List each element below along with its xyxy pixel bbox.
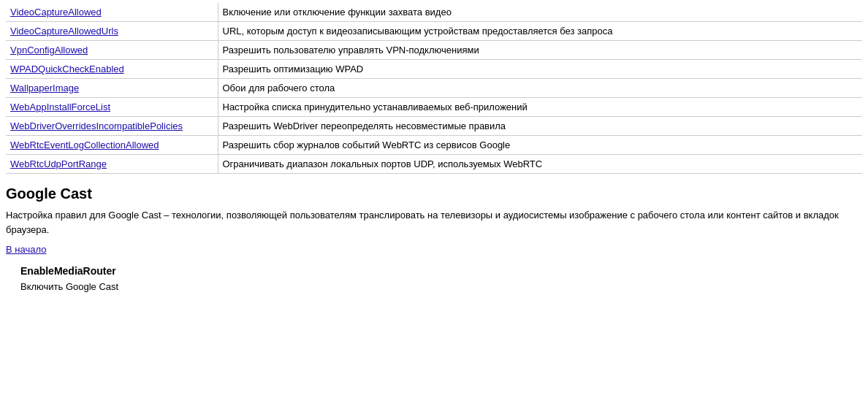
back-to-top-link[interactable]: В начало: [6, 244, 46, 255]
policy-link-cell: WPADQuickCheckEnabled: [6, 60, 218, 79]
policy-link-cell: VpnConfigAllowed: [6, 41, 218, 60]
section-description: Настройка правил для Google Cast – техно…: [6, 208, 862, 237]
policy-link[interactable]: WebRtcEventLogCollectionAllowed: [10, 139, 159, 150]
table-row: WebRtcEventLogCollectionAllowedРазрешить…: [6, 136, 862, 155]
table-row: WebAppInstallForceListНастройка списка п…: [6, 98, 862, 117]
section-heading: Google Cast: [6, 185, 862, 202]
table-row: WallpaperImageОбои для рабочего стола: [6, 79, 862, 98]
policy-link-cell: WebRtcEventLogCollectionAllowed: [6, 136, 218, 155]
policy-description-cell: URL, которым доступ к видеозаписывающим …: [218, 22, 862, 41]
policy-link[interactable]: WebRtcUdpPortRange: [10, 158, 107, 169]
policy-link-cell: VideoCaptureAllowed: [6, 3, 218, 22]
policy-description-cell: Разрешить оптимизацию WPAD: [218, 60, 862, 79]
page-wrapper: VideoCaptureAllowedВключение или отключе…: [0, 0, 868, 295]
policy-description: Включить Google Cast: [20, 281, 862, 292]
policy-link[interactable]: VpnConfigAllowed: [10, 45, 88, 56]
policy-link[interactable]: WebDriverOverridesIncompatiblePolicies: [10, 120, 183, 131]
table-row: VpnConfigAllowedРазрешить пользователю у…: [6, 41, 862, 60]
policy-link-cell: WebAppInstallForceList: [6, 98, 218, 117]
policy-description-cell: Настройка списка принудительно устанавли…: [218, 98, 862, 117]
policy-description-cell: Разрешить сбор журналов событий WebRTC и…: [218, 136, 862, 155]
policy-title: EnableMediaRouter: [20, 265, 862, 277]
policy-description-cell: Разрешить WebDriver переопределять несов…: [218, 117, 862, 136]
policy-link[interactable]: WallpaperImage: [10, 83, 79, 93]
policy-link-cell: WallpaperImage: [6, 79, 218, 98]
policy-table: VideoCaptureAllowedВключение или отключе…: [6, 3, 862, 174]
policy-link[interactable]: VideoCaptureAllowedUrls: [10, 26, 118, 37]
table-row: VideoCaptureAllowedВключение или отключе…: [6, 3, 862, 22]
policy-description-cell: Разрешить пользователю управлять VPN-под…: [218, 41, 862, 60]
bottom-section: Google Cast Настройка правил для Google …: [6, 174, 862, 292]
policy-link-cell: WebDriverOverridesIncompatiblePolicies: [6, 117, 218, 136]
policy-description-cell: Ограничивать диапазон локальных портов U…: [218, 155, 862, 174]
policy-link[interactable]: WebAppInstallForceList: [10, 102, 110, 112]
policy-item: EnableMediaRouter Включить Google Cast: [20, 265, 862, 292]
policy-link[interactable]: VideoCaptureAllowed: [10, 7, 102, 18]
policy-link-cell: VideoCaptureAllowedUrls: [6, 22, 218, 41]
table-row: WebRtcUdpPortRangeОграничивать диапазон …: [6, 155, 862, 174]
table-row: WPADQuickCheckEnabledРазрешить оптимизац…: [6, 60, 862, 79]
policy-description-cell: Включение или отключение функции захвата…: [218, 3, 862, 22]
policy-link[interactable]: WPADQuickCheckEnabled: [10, 64, 124, 74]
policy-link-cell: WebRtcUdpPortRange: [6, 155, 218, 174]
policy-description-cell: Обои для рабочего стола: [218, 79, 862, 98]
table-row: VideoCaptureAllowedUrlsURL, которым дост…: [6, 22, 862, 41]
table-row: WebDriverOverridesIncompatiblePoliciesРа…: [6, 117, 862, 136]
